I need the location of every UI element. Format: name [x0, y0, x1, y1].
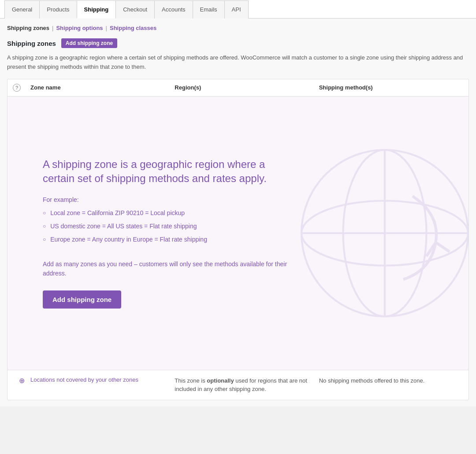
region-desc-bold: optionally — [207, 377, 234, 384]
description-text: A shipping zone is a geographic region w… — [7, 53, 469, 72]
globe-icon: ⊕ — [13, 376, 30, 385]
sub-nav-shipping-options[interactable]: Shipping options — [56, 25, 103, 31]
col-shipping-methods: Shipping method(s) — [319, 84, 463, 91]
sub-nav-shipping-zones[interactable]: Shipping zones — [7, 25, 49, 31]
sub-nav: Shipping zones | Shipping options | Ship… — [7, 25, 469, 31]
zones-footer-row: ⊕ Locations not covered by your other zo… — [7, 370, 469, 400]
help-icon[interactable]: ? — [13, 84, 21, 92]
sub-nav-separator-1: | — [52, 25, 53, 31]
main-content: Shipping zones | Shipping options | Ship… — [0, 19, 476, 406]
section-heading: Shipping zones Add shipping zone — [7, 38, 469, 48]
globe-bg-icon — [292, 141, 469, 326]
footer-method-desc: No shipping methods offered to this zone… — [319, 376, 463, 385]
table-header: ? Zone name Region(s) Shipping method(s) — [7, 79, 469, 97]
col-regions: Region(s) — [175, 84, 319, 91]
tabs-bar: General Products Shipping Checkout Accou… — [0, 0, 476, 19]
locations-not-covered-link[interactable]: Locations not covered by your other zone… — [30, 376, 138, 383]
cta-text: Add as many zones as you need – customer… — [43, 260, 307, 278]
tab-api[interactable]: API — [224, 0, 249, 19]
sub-nav-separator-2: | — [106, 25, 107, 31]
col-zone-name: Zone name — [30, 84, 175, 91]
tab-accounts[interactable]: Accounts — [154, 0, 193, 19]
add-shipping-zone-button-top[interactable]: Add shipping zone — [61, 38, 117, 48]
tab-shipping[interactable]: Shipping — [77, 0, 116, 19]
empty-state-heading: A shipping zone is a geographic region w… — [43, 157, 285, 186]
add-shipping-zone-button-main[interactable]: Add shipping zone — [43, 290, 121, 309]
region-desc-before: This zone is — [175, 377, 207, 384]
footer-region-desc: This zone is optionally used for regions… — [175, 376, 319, 394]
sub-nav-shipping-classes[interactable]: Shipping classes — [110, 25, 156, 31]
footer-zone-name: Locations not covered by your other zone… — [30, 376, 175, 383]
zones-table: ? Zone name Region(s) Shipping method(s)… — [7, 79, 469, 400]
tab-emails[interactable]: Emails — [193, 0, 225, 19]
tab-products[interactable]: Products — [39, 0, 77, 19]
tab-general[interactable]: General — [4, 0, 40, 19]
empty-state: A shipping zone is a geographic region w… — [7, 97, 469, 370]
section-title: Shipping zones — [7, 40, 56, 47]
tab-checkout[interactable]: Checkout — [115, 0, 155, 19]
